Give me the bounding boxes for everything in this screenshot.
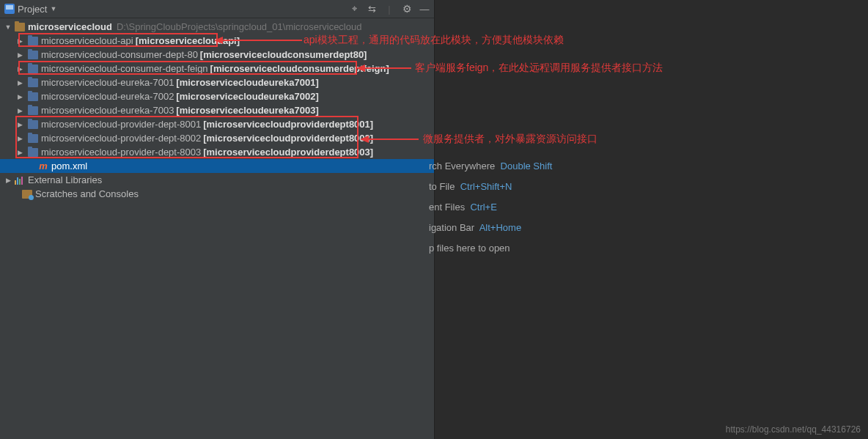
annotation-arrow-icon xyxy=(214,34,302,47)
annotation-providers: 微服务提供者，对外暴露资源访问接口 xyxy=(423,133,597,146)
project-title[interactable]: Project xyxy=(18,4,47,15)
expand-all-icon[interactable]: ⇆ xyxy=(367,4,377,14)
expand-arrow-icon[interactable] xyxy=(4,177,12,184)
gear-icon[interactable]: ⚙ xyxy=(402,4,412,14)
annotation-arrow-icon xyxy=(360,133,419,146)
watermark: https://blog.csdn.net/qq_44316726 xyxy=(726,424,861,435)
folder-icon xyxy=(28,148,38,157)
shortcut: Ctrl+Shift+N xyxy=(460,181,512,192)
file-name: pom.xml xyxy=(51,161,87,171)
tree-module[interactable]: microservicecloud-provider-dept-8003[mic… xyxy=(0,145,434,159)
module-name: microservicecloud-eureka-7003 xyxy=(41,105,174,116)
tree-module[interactable]: microservicecloud-eureka-7002[microservi… xyxy=(0,89,434,103)
folder-icon xyxy=(28,134,38,143)
expand-arrow-icon[interactable] xyxy=(16,149,23,156)
module-bracket: [microservicecloudeureka7003] xyxy=(176,105,318,116)
expand-arrow-icon[interactable] xyxy=(16,79,23,86)
svg-marker-1 xyxy=(214,37,223,44)
folder-icon xyxy=(15,23,25,32)
expand-arrow-icon[interactable] xyxy=(16,121,23,128)
module-name: microservicecloud-provider-dept-8003 xyxy=(41,147,201,158)
tree-module[interactable]: microservicecloud-eureka-7003[microservi… xyxy=(0,103,434,117)
module-bracket: [microservicecloudproviderdept8003] xyxy=(203,147,373,158)
project-header: Project ▼ ⌖ ⇆ | ⚙ — xyxy=(0,0,434,18)
expand-arrow-icon[interactable] xyxy=(4,23,12,31)
module-bracket: [microservicecloudeureka7002] xyxy=(176,91,318,102)
project-icon xyxy=(4,4,15,14)
module-bracket: [microservicecloudeureka7001] xyxy=(176,77,318,88)
annotation-feign: 客户端服务feign，在此处远程调用服务提供者接口方法 xyxy=(415,62,663,75)
expand-arrow-icon[interactable] xyxy=(16,65,23,73)
module-bracket: [microservicecloudconsumerdept80] xyxy=(200,49,367,60)
scratches-label: Scratches and Consoles xyxy=(35,188,139,199)
annotation-arrow-icon xyxy=(356,62,411,75)
folder-icon xyxy=(28,106,38,115)
module-name: microservicecloud-api xyxy=(41,35,133,46)
shortcut: Ctrl+E xyxy=(470,202,496,213)
svg-marker-5 xyxy=(360,136,369,143)
expand-arrow-icon[interactable] xyxy=(16,37,23,45)
annotation-api: api模块工程，通用的代码放在此模块，方便其他模块依赖 xyxy=(304,34,564,47)
module-bracket: [microservicecloudproviderdept8001] xyxy=(203,119,373,130)
project-tree[interactable]: microservicecloud D:\SpringCloubProjects… xyxy=(0,18,434,439)
module-bracket: [microservicecloudproviderdept8002] xyxy=(203,133,373,144)
module-name: microservicecloud-eureka-7002 xyxy=(41,91,174,102)
hide-icon[interactable]: — xyxy=(419,4,430,14)
expand-arrow-icon[interactable] xyxy=(16,135,23,142)
tree-scratches[interactable]: Scratches and Consoles xyxy=(0,187,434,201)
root-name: microservicecloud xyxy=(28,21,112,32)
module-name: microservicecloud-provider-dept-8002 xyxy=(41,133,201,144)
module-name: microservicecloud-consumer-dept-80 xyxy=(41,49,198,60)
expand-arrow-icon[interactable] xyxy=(16,107,23,114)
chevron-down-icon[interactable]: ▼ xyxy=(50,5,56,12)
svg-marker-3 xyxy=(356,64,365,72)
folder-icon xyxy=(28,92,38,101)
module-name: microservicecloud-eureka-7001 xyxy=(41,77,174,88)
tip-navbar: igation Bar Alt+Home xyxy=(429,222,552,233)
expand-arrow-icon[interactable] xyxy=(16,93,23,100)
tree-module[interactable]: microservicecloud-eureka-7001[microservi… xyxy=(0,75,434,89)
tree-module[interactable]: microservicecloud-provider-dept-8001[mic… xyxy=(0,117,434,131)
module-name: microservicecloud-provider-dept-8001 xyxy=(41,119,201,130)
tree-external-libs[interactable]: External Libraries xyxy=(0,173,434,187)
folder-icon xyxy=(28,64,38,73)
tip-recent-files: ent Files Ctrl+E xyxy=(429,202,552,213)
shortcut: Alt+Home xyxy=(479,222,521,233)
tree-module[interactable]: microservicecloud-consumer-dept-80[micro… xyxy=(0,48,434,62)
tip-search: rch Everywhere Double Shift xyxy=(429,161,552,171)
divider: | xyxy=(384,4,394,14)
tree-root[interactable]: microservicecloud D:\SpringCloubProjects… xyxy=(0,20,434,34)
folder-icon xyxy=(28,51,38,59)
scratches-icon xyxy=(22,190,32,199)
module-name: microservicecloud-consumer-dept-feign xyxy=(41,63,208,74)
expand-arrow-icon[interactable] xyxy=(16,51,23,59)
tip-goto-file: to File Ctrl+Shift+N xyxy=(429,181,552,192)
tip-drop-files: p files here to open xyxy=(429,243,552,254)
libraries-icon xyxy=(15,176,25,185)
target-icon[interactable]: ⌖ xyxy=(349,4,359,14)
folder-icon xyxy=(28,37,38,45)
folder-icon xyxy=(28,120,38,129)
external-libs-label: External Libraries xyxy=(28,174,102,185)
shortcut: Double Shift xyxy=(501,161,553,171)
folder-icon xyxy=(28,78,38,87)
maven-icon: m xyxy=(38,161,48,171)
tree-file-pom[interactable]: m pom.xml xyxy=(0,159,434,173)
root-path: D:\SpringCloubProjects\springcloud_01\mi… xyxy=(117,21,362,32)
tips-list: rch Everywhere Double Shift to File Ctrl… xyxy=(429,161,552,263)
